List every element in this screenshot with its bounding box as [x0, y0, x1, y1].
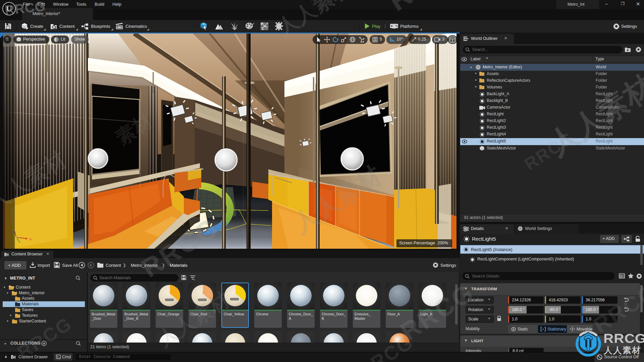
- svg-text:x: x: [30, 237, 32, 241]
- svg-text:U: U: [6, 4, 12, 13]
